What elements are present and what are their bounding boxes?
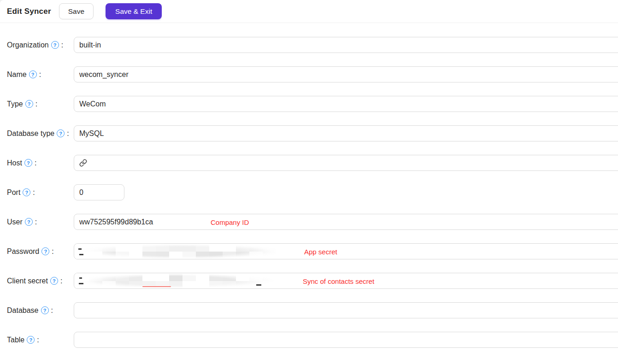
user-input[interactable]: ww752595f99d89b1caCompany ID [74,214,618,230]
password-input[interactable]: App secret [74,243,618,259]
field-label-client-secret: Client secret?: [7,277,74,285]
field-control-type: WeCom [74,96,618,112]
field-control-user: ww752595f99d89b1caCompany ID [74,214,618,230]
label-colon: : [35,218,37,226]
label-colon: : [61,41,63,49]
field-label-database: Database?: [7,306,74,315]
field-control-database-type: MySQL [74,125,618,141]
type-select[interactable]: WeCom [74,96,618,112]
field-control-organization: built-in [74,37,618,53]
field-label-text: Port [7,188,20,197]
field-control-client-secret: Sync of contacts secret [74,273,618,289]
label-colon: : [37,336,39,344]
help-circle-icon[interactable]: ? [57,129,65,137]
redacted-pixelated-overlay [76,244,285,259]
table-input[interactable] [74,332,618,348]
help-circle-icon[interactable]: ? [27,336,35,344]
text-fragment [256,284,261,286]
form-row-port: Port?:0 [7,184,618,200]
field-label-text: Table [7,336,24,344]
field-label-port: Port?: [7,188,74,197]
field-value: wecom_syncer [79,70,129,79]
red-annotation-user: Company ID [211,218,249,226]
organization-select[interactable]: built-in [74,37,618,53]
field-label-table: Table?: [7,336,74,344]
field-control-table [74,332,618,348]
label-colon: : [33,188,35,197]
form-row-organization: Organization?:built-in [7,37,618,53]
form-row-database: Database?: [7,302,618,318]
field-label-type: Type?: [7,100,74,108]
help-circle-icon[interactable]: ? [25,218,33,226]
label-colon: : [67,129,69,138]
label-colon: : [35,159,36,167]
form-row-client-secret: Client secret?:Sync of contacts secret [7,273,618,289]
field-label-text: Name [7,70,27,79]
field-value: 0 [79,188,83,197]
field-label-text: Password [7,247,39,256]
syncer-form: Organization?:built-inName?:wecom_syncer… [0,23,618,348]
field-value: ww752595f99d89b1ca [79,218,153,226]
link-icon [79,159,87,167]
save-button[interactable]: Save [59,3,94,19]
form-row-password: Password?:App secret [7,243,618,259]
form-row-name: Name?:wecom_syncer [7,66,618,82]
text-fragment [79,254,83,255]
host-input[interactable] [74,155,618,171]
card-header: Edit Syncer Save Save & Exit [0,0,618,23]
help-circle-icon[interactable]: ? [41,306,49,314]
help-circle-icon[interactable]: ? [50,277,58,285]
field-label-organization: Organization?: [7,41,74,49]
label-colon: : [39,70,41,79]
red-annotation-password: App secret [304,247,337,255]
field-value: MySQL [79,129,104,138]
field-label-host: Host?: [7,159,74,167]
field-control-password: App secret [74,243,618,259]
port-input[interactable]: 0 [74,184,124,200]
field-label-text: User [7,218,23,226]
field-control-name: wecom_syncer [74,66,618,82]
field-value: built-in [79,41,101,49]
field-label-text: Client secret [7,277,48,285]
field-value: WeCom [79,100,106,108]
database-input[interactable] [74,302,618,318]
help-circle-icon[interactable]: ? [25,100,33,108]
edit-syncer-card: Edit Syncer Save Save & Exit Organizatio… [0,0,618,364]
text-fragment [79,277,82,279]
help-circle-icon[interactable]: ? [23,188,30,196]
label-colon: : [60,277,62,285]
form-row-host: Host?: [7,155,618,171]
field-label-text: Type [7,100,23,108]
help-circle-icon[interactable]: ? [51,41,59,49]
field-label-name: Name?: [7,70,74,79]
form-row-user: User?:ww752595f99d89b1caCompany ID [7,214,618,230]
field-control-host [74,155,618,171]
form-row-table: Table?: [7,332,618,348]
form-row-type: Type?:WeCom [7,96,618,112]
field-label-password: Password?: [7,247,74,256]
label-colon: : [52,247,53,256]
field-control-database [74,302,618,318]
text-fragment [79,283,83,284]
label-colon: : [35,100,37,108]
database-type-select[interactable]: MySQL [74,125,618,141]
help-circle-icon[interactable]: ? [41,247,49,255]
help-circle-icon[interactable]: ? [24,159,32,167]
name-input[interactable]: wecom_syncer [74,66,618,82]
text-fragment [78,248,82,250]
redacted-pixelated-overlay [76,273,276,288]
field-label-text: Database [7,306,39,315]
field-label-text: Host [7,159,22,167]
field-label-database-type: Database type?: [7,129,74,138]
field-label-text: Organization [7,41,49,49]
save-and-exit-button[interactable]: Save & Exit [106,3,162,19]
form-row-database-type: Database type?:MySQL [7,125,618,141]
page-title: Edit Syncer [7,7,51,16]
field-control-port: 0 [74,184,124,200]
field-label-text: Database type [7,129,54,138]
field-label-user: User?: [7,218,74,226]
client-secret-input[interactable]: Sync of contacts secret [74,273,618,289]
label-colon: : [51,306,53,315]
help-circle-icon[interactable]: ? [29,70,37,78]
red-annotation-client-secret: Sync of contacts secret [303,277,374,285]
